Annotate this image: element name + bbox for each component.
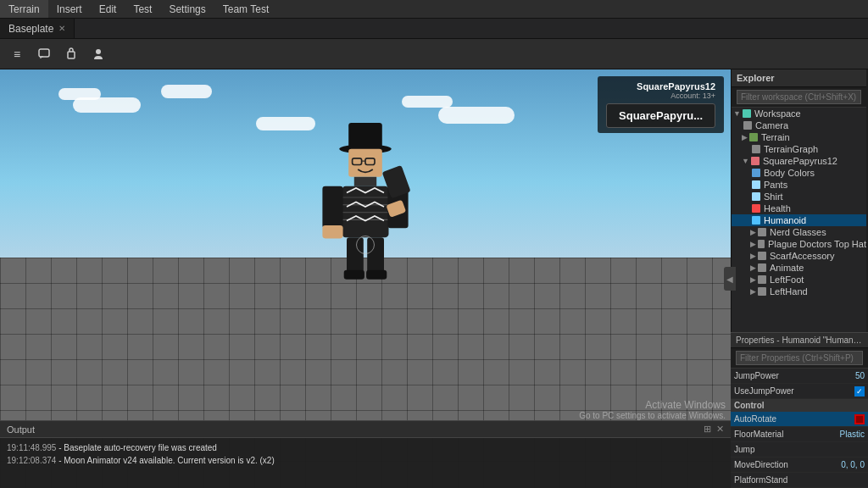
tree-icon-camera	[743, 121, 752, 130]
explorer-filter	[732, 87, 866, 108]
prop-row-floormaterial[interactable]: FloorMaterialPlastic	[731, 427, 868, 442]
tree-label-camera: Camera	[755, 120, 788, 130]
tree-item-squarepapyrus12[interactable]: ▼SquarePapyrus12	[732, 155, 866, 167]
tree-arrow-leftfoot[interactable]: ▶	[750, 275, 756, 284]
properties-panel: Properties - Humanoid "Humanoid" JumpPow…	[731, 332, 868, 488]
prop-checkbox-1[interactable]: ✓	[854, 386, 865, 396]
svg-rect-20	[344, 270, 364, 280]
tree-label-plaguedoctorshat: Plague Doctors Top Hat	[768, 239, 866, 249]
menu-terrain[interactable]: Terrain	[0, 0, 48, 18]
tree-label-squarepapyrus12: SquarePapyrus12	[763, 156, 837, 166]
tree-label-animate: Animate	[770, 263, 804, 273]
tree-arrow-scarfaccessory[interactable]: ▶	[750, 252, 756, 260]
tree-arrow-animate[interactable]: ▶	[750, 263, 756, 272]
account-label: Account: 13+	[606, 92, 715, 100]
username-label: SquarePapyrus12	[606, 81, 715, 92]
tree-label-health: Health	[764, 203, 791, 214]
tree-item-humanoid[interactable]: Humanoid	[732, 214, 866, 226]
output-close-icon[interactable]: ✕	[716, 424, 724, 435]
target-circle	[356, 236, 375, 254]
tree-label-scarfaccessory: ScarfAccessory	[770, 251, 834, 261]
tree-item-animate[interactable]: ▶Animate	[732, 262, 866, 274]
output-message-2: Moon Animator v24 available. Current ver…	[64, 456, 274, 465]
cloud	[161, 85, 212, 98]
tree-arrow-terrain[interactable]: ▶	[742, 133, 748, 141]
menu-edit[interactable]: Edit	[91, 0, 125, 18]
tree-arrow-lefthand[interactable]: ▶	[750, 287, 756, 296]
tab-bar: Baseplate ✕	[0, 19, 868, 39]
tree-icon-bodycolors	[752, 169, 760, 177]
menu-teamtest[interactable]: Team Test	[214, 0, 277, 18]
viewport[interactable]: SquarePapyrus12 Account: 13+ SquarePapyr…	[0, 69, 731, 488]
tree-item-plaguedoctorshat[interactable]: ▶Plague Doctors Top Hat	[732, 238, 866, 250]
cloud	[402, 96, 453, 108]
tree-item-workspace[interactable]: ▼Workspace	[732, 108, 866, 119]
tree-icon-shirt	[752, 192, 760, 201]
output-expand-icon[interactable]: ⊞	[704, 424, 711, 435]
username-button[interactable]: SquarePapyru...	[606, 103, 715, 128]
tree-label-humanoid: Humanoid	[764, 215, 806, 225]
output-line-2: 19:12:08.374 - Moon Animator v24 availab…	[7, 454, 724, 467]
prop-row-usejumppower[interactable]: UseJumpPower✓	[731, 384, 868, 399]
chat-button[interactable]	[32, 42, 56, 66]
output-header: Output ⊞ ✕	[0, 421, 731, 438]
tree-icon-pants	[752, 180, 760, 189]
tree-icon-lefthand	[758, 287, 766, 296]
tree-label-workspace: Workspace	[754, 108, 801, 119]
tab-close[interactable]: ✕	[58, 24, 65, 33]
character	[281, 114, 450, 300]
watermark-line2: Go to PC settings to activate Windows.	[579, 411, 726, 420]
menu-bar: Terrain Insert Edit Test Settings Team T…	[0, 0, 868, 19]
output-content: 19:11:48.995 - Baseplate auto-recovery f…	[0, 438, 731, 470]
prop-selected-checkbox-3[interactable]	[854, 414, 865, 424]
explorer-filter-input[interactable]	[737, 90, 861, 104]
tree-arrow-squarepapyrus12[interactable]: ▼	[742, 157, 749, 165]
tree-item-camera[interactable]: Camera	[732, 119, 866, 131]
prop-row-movedirection[interactable]: MoveDirection0, 0, 0	[731, 458, 868, 473]
prop-row-jumppower[interactable]: JumpPower50	[731, 369, 868, 384]
avatar-button[interactable]	[86, 42, 110, 66]
tree-label-bodycolors: Body Colors	[764, 168, 815, 178]
tree-arrow-workspace[interactable]: ▼	[733, 109, 741, 118]
tree-item-terraingraph[interactable]: TerrainGraph	[732, 143, 866, 155]
prop-row-jump[interactable]: Jump	[731, 442, 868, 458]
tree-item-pants[interactable]: Pants	[732, 179, 866, 191]
tree-item-scarfaccessory[interactable]: ▶ScarfAccessory	[732, 250, 866, 262]
prop-row-platformstand[interactable]: PlatformStand	[731, 473, 868, 488]
tree-icon-health	[752, 204, 760, 213]
menu-settings[interactable]: Settings	[160, 0, 214, 18]
properties-filter-input[interactable]	[736, 351, 863, 365]
output-time-1: 19:11:48.995	[7, 443, 56, 452]
tree-item-nerdglasses[interactable]: ▶Nerd Glasses	[732, 226, 866, 238]
tree-icon-terrain	[749, 133, 758, 141]
tree-item-lefthand[interactable]: ▶LeftHand	[732, 286, 866, 297]
tree-item-terrain[interactable]: ▶Terrain	[732, 131, 866, 143]
tab-label: Baseplate	[8, 23, 53, 35]
tree-label-leftfoot: LeftFoot	[770, 274, 804, 285]
backpack-button[interactable]	[59, 42, 83, 66]
prop-value-6: 0, 0, 0	[801, 460, 865, 469]
tree-item-bodycolors[interactable]: Body Colors	[732, 167, 866, 179]
tree-item-health[interactable]: Health	[732, 202, 866, 214]
viewport-background: SquarePapyrus12 Account: 13+ SquarePapyr…	[0, 69, 731, 488]
tree-item-leftfoot[interactable]: ▶LeftFoot	[732, 274, 866, 286]
prop-name-6: MoveDirection	[734, 460, 801, 469]
prop-row-autorotate[interactable]: AutoRotate	[731, 412, 868, 427]
menu-insert[interactable]: Insert	[48, 0, 91, 18]
tree-icon-nerdglasses	[758, 228, 766, 236]
tree-arrow-nerdglasses[interactable]: ▶	[750, 228, 756, 236]
cloud	[58, 88, 101, 100]
prop-name-5: Jump	[734, 445, 801, 454]
menu-test[interactable]: Test	[125, 0, 160, 18]
tree-label-lefthand: LeftHand	[770, 286, 808, 297]
cloud	[73, 97, 141, 113]
tree-item-shirt[interactable]: Shirt	[732, 191, 866, 202]
explorer-panel: Explorer ▼Workspace Camera▶Terrain Terra…	[731, 69, 866, 332]
output-message-1: Baseplate auto-recovery file was created	[64, 443, 217, 452]
tree-arrow-plaguedoctorshat[interactable]: ▶	[750, 240, 756, 248]
collapse-arrow[interactable]: ◀	[724, 267, 736, 291]
properties-header: Properties - Humanoid "Humanoid"	[731, 333, 868, 348]
hamburger-button[interactable]: ≡	[5, 42, 29, 66]
svg-rect-4	[348, 123, 382, 151]
tab-baseplate[interactable]: Baseplate ✕	[0, 19, 75, 38]
